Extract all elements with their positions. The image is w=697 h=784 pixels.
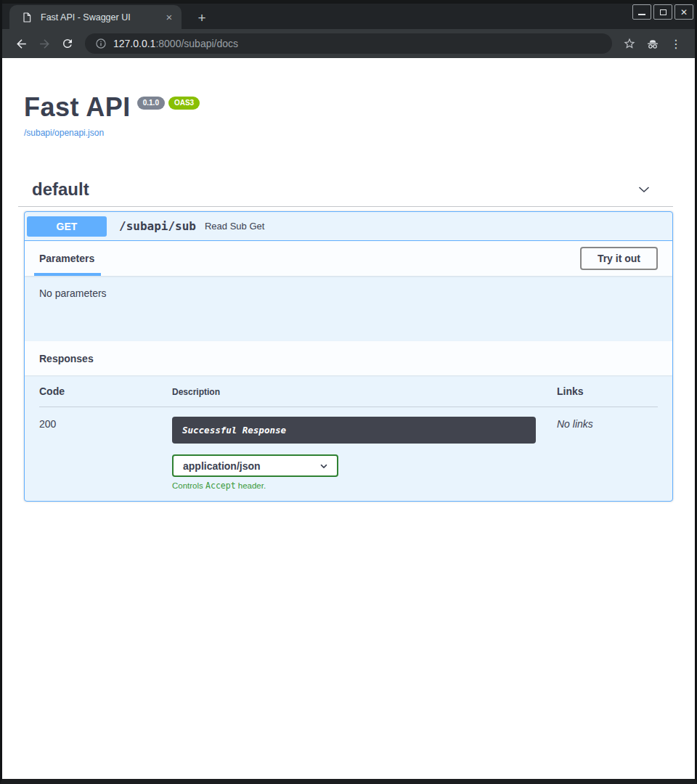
media-type-select[interactable]: application/json (172, 454, 338, 477)
maximize-icon (660, 9, 667, 15)
url-path: :8000/subapi/docs (155, 38, 238, 49)
reload-button[interactable] (56, 32, 79, 55)
column-header-description: Description (172, 387, 557, 397)
url-text: 127.0.0.1:8000/subapi/docs (113, 38, 238, 49)
parameters-header: Parameters Try it out (25, 241, 672, 276)
version-badge: 0.1.0 (137, 97, 165, 110)
opblock-get: GET /subapi/sub Read Sub Get Parameters … (24, 211, 673, 502)
tag-title: default (32, 181, 89, 198)
incognito-icon (645, 37, 660, 51)
api-info: Fast API 0.1.0 OAS3 /subapi/openapi.json (24, 94, 673, 139)
new-tab-button[interactable]: + (192, 9, 211, 27)
table-row: 200 Successful Response application/json… (39, 407, 658, 491)
minimize-icon (638, 14, 645, 15)
back-button[interactable] (9, 32, 33, 55)
responses-title: Responses (39, 353, 94, 364)
reload-icon (61, 37, 74, 50)
tag-section-default[interactable]: default (18, 181, 673, 207)
column-header-code: Code (39, 385, 172, 397)
back-arrow-icon (15, 37, 28, 51)
bookmark-button[interactable] (618, 32, 641, 55)
tab-parameters: Parameters (39, 253, 94, 264)
tab-strip: Fast API - Swagger UI × + ✕ (2, 0, 695, 29)
operation-path: /subapi/sub (119, 219, 196, 233)
browser-tab[interactable]: Fast API - Swagger UI × (9, 5, 182, 29)
operation-description: Read Sub Get (205, 221, 264, 232)
select-chevron-icon (319, 461, 329, 471)
active-tab-underline (34, 273, 101, 276)
swagger-page: Fast API 0.1.0 OAS3 /subapi/openapi.json… (2, 58, 695, 779)
responses-header: Responses (25, 341, 672, 375)
forward-arrow-icon (38, 37, 52, 51)
forward-button[interactable] (33, 32, 56, 55)
site-info-icon[interactable] (95, 38, 107, 49)
openapi-spec-link[interactable]: /subapi/openapi.json (24, 128, 104, 138)
media-type-value: application/json (183, 460, 261, 472)
hint-suffix: header. (236, 481, 266, 490)
close-button[interactable]: ✕ (674, 4, 693, 20)
response-code: 200 (39, 417, 172, 430)
oas-badge: OAS3 (168, 97, 200, 110)
no-parameters-text: No parameters (39, 287, 107, 299)
method-badge: GET (27, 216, 107, 237)
minimize-button[interactable] (632, 4, 651, 20)
tab-close-icon[interactable]: × (163, 11, 176, 24)
responses-table: Code Description Links 200 Successful Re… (25, 375, 672, 501)
browser-window: Fast API - Swagger UI × + ✕ (0, 0, 697, 784)
chevron-down-icon[interactable] (637, 182, 651, 197)
page-favicon-icon (21, 12, 33, 23)
window-controls: ✕ (632, 4, 693, 20)
response-links: No links (557, 417, 658, 430)
responses-table-head: Code Description Links (39, 375, 658, 407)
tab-title: Fast API - Swagger UI (41, 12, 163, 23)
column-header-links: Links (557, 385, 658, 397)
browser-toolbar: 127.0.0.1:8000/subapi/docs ⋮ (2, 29, 695, 58)
star-icon (623, 37, 636, 50)
url-host: 127.0.0.1 (113, 38, 155, 49)
parameters-body: No parameters (25, 276, 672, 341)
page-title: Fast API (24, 94, 131, 121)
hint-prefix: Controls (172, 481, 205, 490)
url-bar[interactable]: 127.0.0.1:8000/subapi/docs (85, 33, 612, 54)
accept-header-hint: Controls Accept header. (172, 481, 557, 491)
hint-code: Accept (205, 481, 236, 491)
incognito-indicator (641, 32, 664, 55)
response-description-cell: Successful Response application/json Con… (172, 417, 557, 491)
maximize-button[interactable] (653, 4, 672, 20)
operation-summary[interactable]: GET /subapi/sub Read Sub Get (25, 212, 672, 241)
try-it-out-button[interactable]: Try it out (580, 247, 658, 270)
browser-menu-button[interactable]: ⋮ (664, 32, 688, 55)
response-description-box: Successful Response (172, 417, 536, 444)
